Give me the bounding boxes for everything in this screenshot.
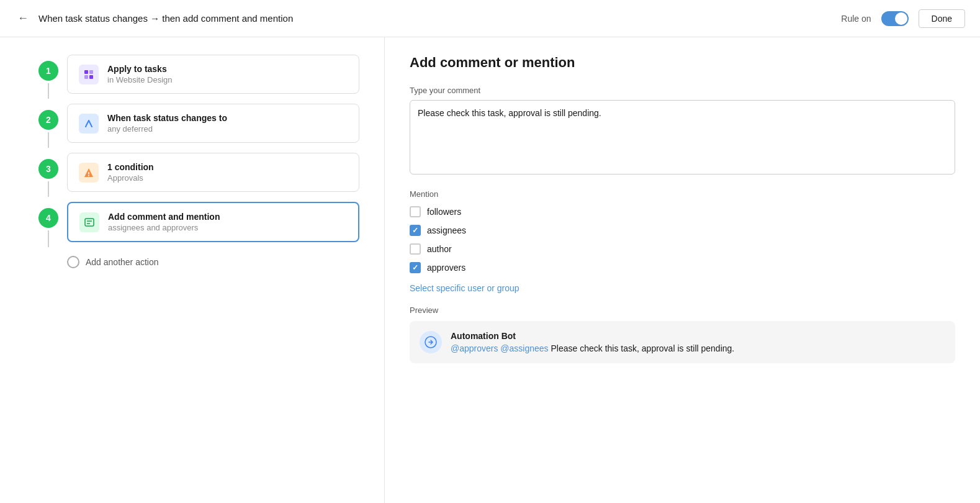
assignees-label: assignees [427,225,466,235]
step-text-3: 1 condition Approvals [107,162,154,183]
step-card-col-4: Add comment and mention assignees and ap… [60,197,359,247]
followers-label: followers [427,207,461,217]
step-circle-3: 3 [38,159,58,179]
step-circle-4: 4 [38,208,58,228]
step-circle-2: 2 [38,110,58,130]
step-card-4[interactable]: Add comment and mention assignees and ap… [67,202,359,242]
preview-label: Preview [410,306,955,315]
svg-rect-2 [84,75,88,79]
add-action-circle-icon [67,256,79,268]
header-right: Rule on Done [841,9,965,28]
bot-message-body: Please check this task, approval is stil… [551,343,735,353]
step-row-4: 4 Add comment and mention assig [37,197,359,247]
connector-3 [48,181,49,197]
bot-avatar [420,331,442,353]
page-title: When task status changes → then add comm… [38,13,293,24]
mention-assignees-tag: @assignees [500,343,548,353]
connector-2 [48,132,49,148]
svg-rect-0 [84,70,88,74]
assignees-checkbox[interactable] [410,225,421,236]
step-row-3: 3 1 condition Approvals [37,148,359,197]
step-icon-1 [79,65,99,84]
connector-1 [48,83,49,99]
step-card-1[interactable]: Apply to tasks in Website Design [67,55,359,94]
header: ← When task status changes → then add co… [0,0,980,37]
connector-4 [48,230,49,247]
select-user-group-link[interactable]: Select specific user or group [410,283,519,293]
step-number-col-4: 4 [37,197,60,247]
step-row-2: 2 When task status changes to any deferr… [37,99,359,148]
header-left: ← When task status changes → then add co… [15,9,293,27]
mention-approvers-tag: @approvers [451,343,498,353]
followers-checkbox[interactable] [410,206,421,217]
step-number-col-2: 2 [37,99,60,148]
add-action-row: Add another action [37,247,359,268]
bot-name: Automation Bot [451,331,734,341]
step-card-col-3: 1 condition Approvals [60,148,359,197]
bot-message: @approvers @assignees Please check this … [451,343,734,353]
back-button[interactable]: ← [15,9,31,27]
right-panel: Add comment or mention Type your comment… [385,37,980,503]
step-circle-1: 1 [38,61,58,81]
checkbox-row-approvers: approvers [410,262,955,273]
comment-label: Type your comment [410,86,955,95]
step-icon-3 [79,163,99,183]
step-text-4: Add comment and mention assignees and ap… [108,212,220,232]
left-panel: 1 Apply to tasks [0,37,385,503]
rule-on-label: Rule on [841,14,871,24]
step-text-1: Apply to tasks in Website Design [107,64,173,84]
add-action-button[interactable]: Add another action [86,257,159,267]
step-number-col-1: 1 [37,50,60,99]
checkbox-row-author: author [410,243,955,255]
step-row-1: 1 Apply to tasks [37,50,359,99]
comment-textarea[interactable] [410,100,955,174]
approvers-label: approvers [427,263,465,273]
back-icon: ← [17,12,29,24]
author-checkbox[interactable] [410,243,421,255]
step-text-2: When task status changes to any deferred [107,113,227,134]
bot-content: Automation Bot @approvers @assignees Ple… [451,331,734,353]
preview-card: Automation Bot @approvers @assignees Ple… [410,321,955,363]
step-icon-4 [79,212,99,232]
step-card-col-2: When task status changes to any deferred [60,99,359,148]
svg-rect-1 [89,70,93,74]
author-label: author [427,244,452,254]
mention-label: Mention [410,189,955,199]
svg-rect-7 [85,219,94,226]
panel-title: Add comment or mention [410,55,955,71]
svg-rect-3 [89,75,93,79]
step-icon-2 [79,114,99,134]
checkbox-row-assignees: assignees [410,225,955,236]
step-card-col-1: Apply to tasks in Website Design [60,50,359,99]
approvers-checkbox[interactable] [410,262,421,273]
checkbox-row-followers: followers [410,206,955,217]
svg-point-6 [88,175,89,176]
rule-toggle[interactable] [881,11,909,26]
done-button[interactable]: Done [919,9,965,28]
step-number-col-3: 3 [37,148,60,197]
step-card-3[interactable]: 1 condition Approvals [67,153,359,192]
main-layout: 1 Apply to tasks [0,37,980,503]
step-card-2[interactable]: When task status changes to any deferred [67,104,359,143]
